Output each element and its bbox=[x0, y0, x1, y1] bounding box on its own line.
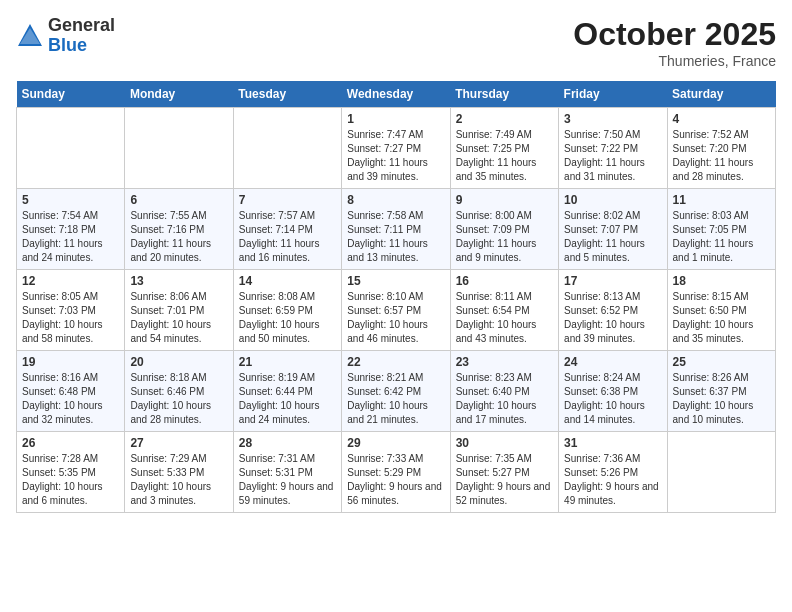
day-number: 18 bbox=[673, 274, 770, 288]
day-number: 11 bbox=[673, 193, 770, 207]
day-info: Sunrise: 7:55 AM Sunset: 7:16 PM Dayligh… bbox=[130, 209, 227, 265]
day-info: Sunrise: 7:49 AM Sunset: 7:25 PM Dayligh… bbox=[456, 128, 553, 184]
calendar-cell: 10Sunrise: 8:02 AM Sunset: 7:07 PM Dayli… bbox=[559, 189, 667, 270]
day-number: 8 bbox=[347, 193, 444, 207]
calendar-week-4: 19Sunrise: 8:16 AM Sunset: 6:48 PM Dayli… bbox=[17, 351, 776, 432]
day-number: 22 bbox=[347, 355, 444, 369]
day-number: 20 bbox=[130, 355, 227, 369]
day-info: Sunrise: 7:35 AM Sunset: 5:27 PM Dayligh… bbox=[456, 452, 553, 508]
day-info: Sunrise: 8:18 AM Sunset: 6:46 PM Dayligh… bbox=[130, 371, 227, 427]
day-number: 3 bbox=[564, 112, 661, 126]
column-header-sunday: Sunday bbox=[17, 81, 125, 108]
day-info: Sunrise: 8:24 AM Sunset: 6:38 PM Dayligh… bbox=[564, 371, 661, 427]
day-info: Sunrise: 7:58 AM Sunset: 7:11 PM Dayligh… bbox=[347, 209, 444, 265]
day-number: 9 bbox=[456, 193, 553, 207]
calendar-cell: 22Sunrise: 8:21 AM Sunset: 6:42 PM Dayli… bbox=[342, 351, 450, 432]
calendar-cell: 26Sunrise: 7:28 AM Sunset: 5:35 PM Dayli… bbox=[17, 432, 125, 513]
day-info: Sunrise: 7:28 AM Sunset: 5:35 PM Dayligh… bbox=[22, 452, 119, 508]
calendar-cell: 18Sunrise: 8:15 AM Sunset: 6:50 PM Dayli… bbox=[667, 270, 775, 351]
calendar-cell: 7Sunrise: 7:57 AM Sunset: 7:14 PM Daylig… bbox=[233, 189, 341, 270]
calendar-cell: 17Sunrise: 8:13 AM Sunset: 6:52 PM Dayli… bbox=[559, 270, 667, 351]
day-info: Sunrise: 8:02 AM Sunset: 7:07 PM Dayligh… bbox=[564, 209, 661, 265]
calendar-week-5: 26Sunrise: 7:28 AM Sunset: 5:35 PM Dayli… bbox=[17, 432, 776, 513]
column-header-thursday: Thursday bbox=[450, 81, 558, 108]
day-number: 17 bbox=[564, 274, 661, 288]
calendar-cell bbox=[17, 108, 125, 189]
day-info: Sunrise: 8:19 AM Sunset: 6:44 PM Dayligh… bbox=[239, 371, 336, 427]
day-number: 10 bbox=[564, 193, 661, 207]
calendar-cell: 21Sunrise: 8:19 AM Sunset: 6:44 PM Dayli… bbox=[233, 351, 341, 432]
calendar-week-3: 12Sunrise: 8:05 AM Sunset: 7:03 PM Dayli… bbox=[17, 270, 776, 351]
calendar-cell: 6Sunrise: 7:55 AM Sunset: 7:16 PM Daylig… bbox=[125, 189, 233, 270]
calendar-cell: 4Sunrise: 7:52 AM Sunset: 7:20 PM Daylig… bbox=[667, 108, 775, 189]
day-number: 16 bbox=[456, 274, 553, 288]
day-info: Sunrise: 8:05 AM Sunset: 7:03 PM Dayligh… bbox=[22, 290, 119, 346]
day-number: 30 bbox=[456, 436, 553, 450]
day-number: 13 bbox=[130, 274, 227, 288]
day-info: Sunrise: 8:15 AM Sunset: 6:50 PM Dayligh… bbox=[673, 290, 770, 346]
logo-general: General bbox=[48, 16, 115, 36]
calendar-cell: 2Sunrise: 7:49 AM Sunset: 7:25 PM Daylig… bbox=[450, 108, 558, 189]
calendar-cell: 29Sunrise: 7:33 AM Sunset: 5:29 PM Dayli… bbox=[342, 432, 450, 513]
title-block: October 2025 Thumeries, France bbox=[573, 16, 776, 69]
day-info: Sunrise: 7:50 AM Sunset: 7:22 PM Dayligh… bbox=[564, 128, 661, 184]
calendar-cell bbox=[233, 108, 341, 189]
calendar-cell: 27Sunrise: 7:29 AM Sunset: 5:33 PM Dayli… bbox=[125, 432, 233, 513]
calendar-cell: 24Sunrise: 8:24 AM Sunset: 6:38 PM Dayli… bbox=[559, 351, 667, 432]
day-number: 15 bbox=[347, 274, 444, 288]
day-number: 31 bbox=[564, 436, 661, 450]
day-number: 27 bbox=[130, 436, 227, 450]
day-number: 29 bbox=[347, 436, 444, 450]
day-number: 25 bbox=[673, 355, 770, 369]
logo-blue: Blue bbox=[48, 36, 115, 56]
logo-icon bbox=[16, 22, 44, 50]
day-info: Sunrise: 7:47 AM Sunset: 7:27 PM Dayligh… bbox=[347, 128, 444, 184]
calendar-cell: 3Sunrise: 7:50 AM Sunset: 7:22 PM Daylig… bbox=[559, 108, 667, 189]
column-header-monday: Monday bbox=[125, 81, 233, 108]
location: Thumeries, France bbox=[573, 53, 776, 69]
page-header: General Blue October 2025 Thumeries, Fra… bbox=[16, 16, 776, 69]
column-header-saturday: Saturday bbox=[667, 81, 775, 108]
column-header-friday: Friday bbox=[559, 81, 667, 108]
calendar-cell bbox=[667, 432, 775, 513]
calendar-cell: 12Sunrise: 8:05 AM Sunset: 7:03 PM Dayli… bbox=[17, 270, 125, 351]
calendar-cell bbox=[125, 108, 233, 189]
calendar-cell: 16Sunrise: 8:11 AM Sunset: 6:54 PM Dayli… bbox=[450, 270, 558, 351]
svg-marker-1 bbox=[20, 28, 40, 44]
day-info: Sunrise: 8:03 AM Sunset: 7:05 PM Dayligh… bbox=[673, 209, 770, 265]
day-number: 14 bbox=[239, 274, 336, 288]
day-info: Sunrise: 8:00 AM Sunset: 7:09 PM Dayligh… bbox=[456, 209, 553, 265]
day-number: 1 bbox=[347, 112, 444, 126]
logo: General Blue bbox=[16, 16, 115, 56]
day-info: Sunrise: 8:26 AM Sunset: 6:37 PM Dayligh… bbox=[673, 371, 770, 427]
calendar-cell: 25Sunrise: 8:26 AM Sunset: 6:37 PM Dayli… bbox=[667, 351, 775, 432]
day-info: Sunrise: 8:11 AM Sunset: 6:54 PM Dayligh… bbox=[456, 290, 553, 346]
day-info: Sunrise: 7:36 AM Sunset: 5:26 PM Dayligh… bbox=[564, 452, 661, 508]
calendar-cell: 5Sunrise: 7:54 AM Sunset: 7:18 PM Daylig… bbox=[17, 189, 125, 270]
calendar-cell: 30Sunrise: 7:35 AM Sunset: 5:27 PM Dayli… bbox=[450, 432, 558, 513]
day-info: Sunrise: 8:13 AM Sunset: 6:52 PM Dayligh… bbox=[564, 290, 661, 346]
day-info: Sunrise: 7:57 AM Sunset: 7:14 PM Dayligh… bbox=[239, 209, 336, 265]
calendar-week-2: 5Sunrise: 7:54 AM Sunset: 7:18 PM Daylig… bbox=[17, 189, 776, 270]
calendar-cell: 14Sunrise: 8:08 AM Sunset: 6:59 PM Dayli… bbox=[233, 270, 341, 351]
day-number: 19 bbox=[22, 355, 119, 369]
calendar-cell: 11Sunrise: 8:03 AM Sunset: 7:05 PM Dayli… bbox=[667, 189, 775, 270]
day-number: 5 bbox=[22, 193, 119, 207]
calendar-cell: 1Sunrise: 7:47 AM Sunset: 7:27 PM Daylig… bbox=[342, 108, 450, 189]
calendar-cell: 15Sunrise: 8:10 AM Sunset: 6:57 PM Dayli… bbox=[342, 270, 450, 351]
calendar-cell: 13Sunrise: 8:06 AM Sunset: 7:01 PM Dayli… bbox=[125, 270, 233, 351]
day-info: Sunrise: 8:16 AM Sunset: 6:48 PM Dayligh… bbox=[22, 371, 119, 427]
day-info: Sunrise: 8:08 AM Sunset: 6:59 PM Dayligh… bbox=[239, 290, 336, 346]
day-number: 24 bbox=[564, 355, 661, 369]
day-info: Sunrise: 8:23 AM Sunset: 6:40 PM Dayligh… bbox=[456, 371, 553, 427]
day-number: 21 bbox=[239, 355, 336, 369]
calendar-table: SundayMondayTuesdayWednesdayThursdayFrid… bbox=[16, 81, 776, 513]
calendar-cell: 31Sunrise: 7:36 AM Sunset: 5:26 PM Dayli… bbox=[559, 432, 667, 513]
month-title: October 2025 bbox=[573, 16, 776, 53]
calendar-week-1: 1Sunrise: 7:47 AM Sunset: 7:27 PM Daylig… bbox=[17, 108, 776, 189]
day-info: Sunrise: 7:52 AM Sunset: 7:20 PM Dayligh… bbox=[673, 128, 770, 184]
day-info: Sunrise: 8:10 AM Sunset: 6:57 PM Dayligh… bbox=[347, 290, 444, 346]
day-number: 7 bbox=[239, 193, 336, 207]
calendar-header-row: SundayMondayTuesdayWednesdayThursdayFrid… bbox=[17, 81, 776, 108]
calendar-cell: 8Sunrise: 7:58 AM Sunset: 7:11 PM Daylig… bbox=[342, 189, 450, 270]
